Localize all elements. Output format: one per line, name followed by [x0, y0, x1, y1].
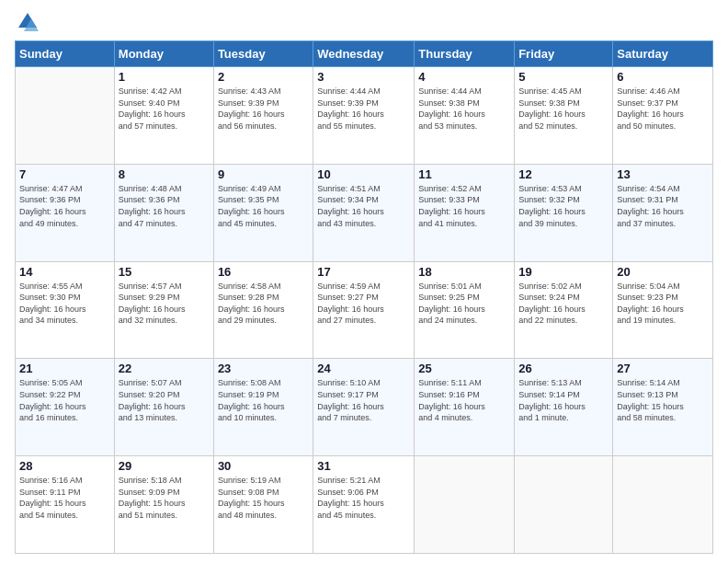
logo — [15, 9, 44, 35]
day-cell: 19Sunrise: 5:02 AM Sunset: 9:24 PM Dayli… — [515, 261, 613, 359]
week-row-5: 28Sunrise: 5:16 AM Sunset: 9:11 PM Dayli… — [16, 456, 713, 554]
day-number: 27 — [617, 362, 709, 375]
day-number: 5 — [518, 70, 609, 84]
day-cell: 18Sunrise: 5:01 AM Sunset: 9:25 PM Dayli… — [415, 261, 515, 359]
day-number: 1 — [119, 70, 210, 84]
day-info: Sunrise: 4:52 AM Sunset: 9:33 PM Dayligh… — [418, 183, 510, 229]
day-cell: 30Sunrise: 5:19 AM Sunset: 9:08 PM Dayli… — [213, 456, 313, 554]
day-info: Sunrise: 5:11 AM Sunset: 9:16 PM Dayligh… — [418, 377, 510, 423]
col-header-thursday: Thursday — [415, 41, 515, 67]
day-cell: 29Sunrise: 5:18 AM Sunset: 9:09 PM Dayli… — [114, 456, 213, 554]
day-number: 4 — [418, 70, 510, 84]
day-number: 29 — [119, 459, 210, 473]
day-cell: 24Sunrise: 5:10 AM Sunset: 9:17 PM Dayli… — [313, 359, 415, 456]
day-cell: 12Sunrise: 4:53 AM Sunset: 9:32 PM Dayli… — [515, 164, 613, 261]
day-info: Sunrise: 5:19 AM Sunset: 9:08 PM Dayligh… — [218, 475, 309, 521]
day-info: Sunrise: 5:05 AM Sunset: 9:22 PM Dayligh… — [19, 377, 110, 423]
day-cell: 26Sunrise: 5:13 AM Sunset: 9:14 PM Dayli… — [515, 359, 613, 456]
week-row-1: 1Sunrise: 4:42 AM Sunset: 9:40 PM Daylig… — [16, 67, 713, 165]
day-number: 3 — [317, 70, 410, 84]
day-number: 18 — [418, 265, 510, 279]
day-cell: 27Sunrise: 5:14 AM Sunset: 9:13 PM Dayli… — [613, 359, 713, 456]
day-info: Sunrise: 4:48 AM Sunset: 9:36 PM Dayligh… — [119, 183, 210, 229]
day-cell: 5Sunrise: 4:45 AM Sunset: 9:38 PM Daylig… — [515, 67, 613, 165]
day-info: Sunrise: 4:44 AM Sunset: 9:39 PM Dayligh… — [317, 86, 410, 132]
day-number: 17 — [317, 265, 410, 279]
col-header-tuesday: Tuesday — [213, 41, 313, 67]
col-header-monday: Monday — [114, 41, 213, 67]
day-cell: 1Sunrise: 4:42 AM Sunset: 9:40 PM Daylig… — [114, 67, 213, 165]
col-header-sunday: Sunday — [16, 41, 115, 67]
day-info: Sunrise: 4:42 AM Sunset: 9:40 PM Dayligh… — [119, 86, 210, 132]
day-cell: 20Sunrise: 5:04 AM Sunset: 9:23 PM Dayli… — [613, 261, 713, 359]
day-cell: 2Sunrise: 4:43 AM Sunset: 9:39 PM Daylig… — [213, 67, 313, 165]
day-number: 16 — [218, 265, 309, 279]
day-number: 23 — [218, 362, 309, 375]
day-cell: 9Sunrise: 4:49 AM Sunset: 9:35 PM Daylig… — [213, 164, 313, 261]
day-number: 25 — [418, 362, 510, 375]
day-cell: 16Sunrise: 4:58 AM Sunset: 9:28 PM Dayli… — [213, 261, 313, 359]
col-header-friday: Friday — [515, 41, 613, 67]
day-info: Sunrise: 4:47 AM Sunset: 9:36 PM Dayligh… — [19, 183, 110, 229]
day-number: 14 — [19, 265, 110, 279]
day-cell: 3Sunrise: 4:44 AM Sunset: 9:39 PM Daylig… — [313, 67, 415, 165]
day-info: Sunrise: 5:07 AM Sunset: 9:20 PM Dayligh… — [119, 377, 210, 423]
day-info: Sunrise: 4:51 AM Sunset: 9:34 PM Dayligh… — [317, 183, 410, 229]
col-header-saturday: Saturday — [613, 41, 713, 67]
day-info: Sunrise: 4:46 AM Sunset: 9:37 PM Dayligh… — [617, 86, 709, 132]
day-number: 9 — [218, 167, 309, 181]
day-cell: 25Sunrise: 5:11 AM Sunset: 9:16 PM Dayli… — [415, 359, 515, 456]
day-info: Sunrise: 4:57 AM Sunset: 9:29 PM Dayligh… — [119, 281, 210, 327]
day-number: 19 — [518, 265, 609, 279]
day-cell: 17Sunrise: 4:59 AM Sunset: 9:27 PM Dayli… — [313, 261, 415, 359]
day-cell — [613, 456, 713, 554]
header — [15, 9, 713, 35]
day-cell: 7Sunrise: 4:47 AM Sunset: 9:36 PM Daylig… — [16, 164, 115, 261]
day-number: 22 — [119, 362, 210, 375]
day-number: 6 — [617, 70, 709, 84]
week-row-3: 14Sunrise: 4:55 AM Sunset: 9:30 PM Dayli… — [16, 261, 713, 359]
day-cell: 31Sunrise: 5:21 AM Sunset: 9:06 PM Dayli… — [313, 456, 415, 554]
day-number: 12 — [518, 167, 609, 181]
day-number: 11 — [418, 167, 510, 181]
day-info: Sunrise: 5:16 AM Sunset: 9:11 PM Dayligh… — [19, 475, 110, 521]
day-number: 20 — [617, 265, 709, 279]
day-info: Sunrise: 5:14 AM Sunset: 9:13 PM Dayligh… — [617, 377, 709, 423]
day-info: Sunrise: 4:53 AM Sunset: 9:32 PM Dayligh… — [518, 183, 609, 229]
day-cell — [415, 456, 515, 554]
day-info: Sunrise: 5:01 AM Sunset: 9:25 PM Dayligh… — [418, 281, 510, 327]
day-info: Sunrise: 4:44 AM Sunset: 9:38 PM Dayligh… — [418, 86, 510, 132]
day-cell — [515, 456, 613, 554]
day-info: Sunrise: 4:54 AM Sunset: 9:31 PM Dayligh… — [617, 183, 709, 229]
day-number: 8 — [119, 167, 210, 181]
day-info: Sunrise: 4:58 AM Sunset: 9:28 PM Dayligh… — [218, 281, 309, 327]
week-row-2: 7Sunrise: 4:47 AM Sunset: 9:36 PM Daylig… — [16, 164, 713, 261]
day-number: 31 — [317, 459, 410, 473]
day-cell: 15Sunrise: 4:57 AM Sunset: 9:29 PM Dayli… — [114, 261, 213, 359]
day-info: Sunrise: 5:21 AM Sunset: 9:06 PM Dayligh… — [317, 475, 410, 521]
day-cell: 8Sunrise: 4:48 AM Sunset: 9:36 PM Daylig… — [114, 164, 213, 261]
day-cell — [16, 67, 115, 165]
day-cell: 6Sunrise: 4:46 AM Sunset: 9:37 PM Daylig… — [613, 67, 713, 165]
calendar-header-row: SundayMondayTuesdayWednesdayThursdayFrid… — [16, 41, 713, 67]
day-number: 13 — [617, 167, 709, 181]
day-cell: 28Sunrise: 5:16 AM Sunset: 9:11 PM Dayli… — [16, 456, 115, 554]
day-cell: 4Sunrise: 4:44 AM Sunset: 9:38 PM Daylig… — [415, 67, 515, 165]
day-number: 7 — [19, 167, 110, 181]
day-number: 10 — [317, 167, 410, 181]
day-number: 2 — [218, 70, 309, 84]
day-info: Sunrise: 5:08 AM Sunset: 9:19 PM Dayligh… — [218, 377, 309, 423]
calendar-table: SundayMondayTuesdayWednesdayThursdayFrid… — [15, 40, 713, 554]
week-row-4: 21Sunrise: 5:05 AM Sunset: 9:22 PM Dayli… — [16, 359, 713, 456]
day-info: Sunrise: 5:13 AM Sunset: 9:14 PM Dayligh… — [518, 377, 609, 423]
day-info: Sunrise: 4:55 AM Sunset: 9:30 PM Dayligh… — [19, 281, 110, 327]
day-number: 30 — [218, 459, 309, 473]
day-number: 24 — [317, 362, 410, 375]
day-info: Sunrise: 5:02 AM Sunset: 9:24 PM Dayligh… — [518, 281, 609, 327]
day-number: 21 — [19, 362, 110, 375]
day-number: 15 — [119, 265, 210, 279]
day-cell: 21Sunrise: 5:05 AM Sunset: 9:22 PM Dayli… — [16, 359, 115, 456]
day-info: Sunrise: 4:59 AM Sunset: 9:27 PM Dayligh… — [317, 281, 410, 327]
logo-icon — [15, 9, 40, 35]
day-info: Sunrise: 5:04 AM Sunset: 9:23 PM Dayligh… — [617, 281, 709, 327]
